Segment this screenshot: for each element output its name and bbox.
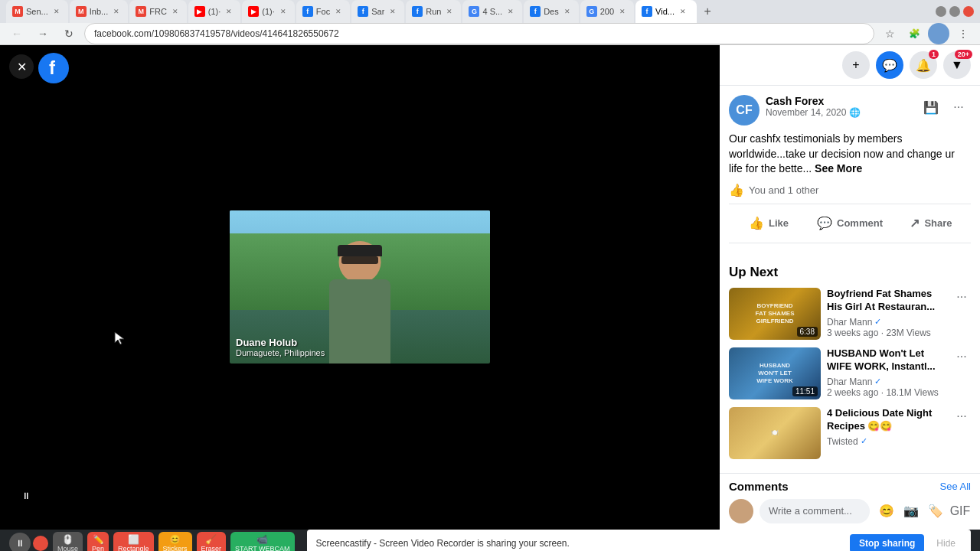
notifications-button[interactable]: 🔔 1 (910, 51, 937, 79)
tab-close[interactable]: ✕ (444, 6, 455, 17)
tab-close[interactable]: ✕ (224, 6, 234, 17)
tab-close[interactable]: ✕ (617, 6, 628, 17)
facebook-logo[interactable]: f (38, 53, 69, 83)
profile-button[interactable] (928, 23, 949, 44)
see-more-link[interactable]: See More (815, 162, 862, 174)
tab-close[interactable]: ✕ (51, 6, 62, 17)
tab-favicon: G (469, 6, 479, 17)
sticker-button[interactable]: 🏷️ (925, 500, 946, 522)
tab-yt1[interactable]: ▶ (1)· ✕ (188, 0, 241, 23)
add-button[interactable]: + (842, 51, 870, 79)
tab-close[interactable]: ✕ (562, 6, 573, 17)
back-button[interactable]: ← (6, 23, 28, 44)
tab-close-active[interactable]: ✕ (678, 6, 688, 17)
stickers-label: Stickers (163, 545, 188, 551)
eraser-tool[interactable]: 🧹 Eraser (197, 532, 227, 551)
tab-close[interactable]: ✕ (170, 6, 181, 17)
tab-close[interactable]: ✕ (278, 6, 289, 17)
close-button[interactable] (963, 6, 974, 17)
extensions-button[interactable]: 🧩 (903, 23, 925, 44)
tab-favicon: G (586, 6, 597, 17)
forward-button[interactable]: → (32, 23, 54, 44)
video-info-1: Boyfriend Fat Shames His Girl At Restaur… (827, 288, 946, 340)
pen-tool[interactable]: ✏️ Pen (87, 532, 109, 551)
tab-favicon: ▶ (248, 6, 259, 17)
more-options-button[interactable]: ··· (946, 95, 971, 119)
tab-gmail2[interactable]: M Inb... ✕ (70, 0, 128, 23)
account-button[interactable]: ▼ 20+ (943, 51, 971, 79)
tab-close[interactable]: ✕ (111, 6, 122, 17)
up-next-item-2[interactable]: HUSBANDWON'T LETWIFE WORK 11:51 HUSBAND … (729, 347, 971, 399)
pen-label: Pen (92, 545, 104, 551)
chevron-down-icon: ▼ (951, 58, 963, 72)
pause-button[interactable]: ⏸ (15, 485, 37, 507)
video-channel-1: Dhar Mann ✓ (827, 317, 946, 328)
maximize-button[interactable] (949, 6, 960, 17)
browser-titlebar: M Sen... ✕ M Inb... ✕ M FRC ✕ ▶ (1)· ✕ ▶ (0, 0, 980, 23)
post-author-name[interactable]: Cash Forex (766, 95, 913, 107)
video-title-3: 4 Delicious Date Night Recipes 😋😋 (827, 407, 946, 433)
photo-button[interactable]: 📷 (900, 500, 922, 522)
post-author-avatar[interactable]: CF (729, 95, 760, 126)
video-more-button-1[interactable]: ··· (952, 288, 971, 306)
tab-fb5-active[interactable]: f Vid... ✕ (635, 0, 697, 23)
up-next-item-1[interactable]: BOYFRIENDFAT SHAMESGIRLFRIEND 6:38 Boyfr… (729, 288, 971, 340)
person-body (329, 279, 390, 364)
menu-button[interactable]: ⋮ (952, 23, 974, 44)
tab-close[interactable]: ✕ (387, 6, 398, 17)
cast-toolbar: ⏸ 🖱️ Mouse ✏️ Pen ⬜ Rectangle 😊 Stickers (9, 532, 295, 551)
tab-label: (1)· (262, 7, 275, 16)
tab-fb3[interactable]: f Run ✕ (406, 0, 461, 23)
like-label: Like (769, 217, 789, 229)
tab-gmail3[interactable]: M FRC ✕ (129, 0, 187, 23)
video-thumb-2: HUSBANDWON'T LETWIFE WORK 11:51 (729, 347, 821, 399)
tab-close[interactable]: ✕ (333, 6, 344, 17)
tab-label: FRC (149, 7, 167, 16)
account-badge: 20+ (955, 50, 972, 59)
emoji-button[interactable]: 😊 (876, 500, 897, 522)
tab-gmail1[interactable]: M Sen... ✕ (6, 0, 68, 23)
tab-fb4[interactable]: f Des ✕ (524, 0, 579, 23)
see-all-comments-link[interactable]: See All (940, 481, 971, 492)
tab-yt2[interactable]: ▶ (1)· ✕ (242, 0, 295, 23)
messenger-button[interactable]: 💬 (876, 51, 903, 79)
tab-g1[interactable]: G 4 S... ✕ (462, 0, 522, 23)
share-button[interactable]: ↗ Share (891, 210, 971, 236)
stickers-tool[interactable]: 😊 Stickers (158, 532, 192, 551)
channel-name-3: Twisted (827, 436, 858, 447)
tab-favicon: M (136, 6, 146, 17)
up-next-item-3[interactable]: 🍽️ 4 Delicious Date Night Recipes 😋😋 Twi… (729, 407, 971, 459)
stop-sharing-button[interactable]: Stop sharing (850, 534, 924, 551)
cast-pause-button[interactable]: ⏸ (9, 533, 31, 551)
like-button[interactable]: 👍 Like (729, 210, 808, 236)
save-post-button[interactable]: 💾 (919, 95, 943, 119)
tab-label: Foc (316, 7, 330, 16)
new-tab-button[interactable]: + (698, 2, 717, 21)
plus-icon: + (852, 58, 859, 72)
tab-fb2[interactable]: f Sar ✕ (351, 0, 404, 23)
verified-icon-3: ✓ (861, 436, 867, 446)
start-webcam-tool[interactable]: 📹 START WEBCAM (230, 532, 295, 551)
mouse-tool[interactable]: 🖱️ Mouse (53, 532, 83, 551)
video-player-area: ✕ f (0, 45, 720, 530)
rectangle-tool[interactable]: ⬜ Rectangle (113, 532, 154, 551)
tab-g2[interactable]: G 200 ✕ (580, 0, 634, 23)
comment-input-field[interactable]: Write a comment... (760, 499, 870, 523)
reload-button[interactable]: ↻ (58, 23, 80, 44)
video-more-button-3[interactable]: ··· (952, 407, 971, 425)
tab-close[interactable]: ✕ (505, 6, 516, 17)
video-close-button[interactable]: ✕ (9, 54, 34, 79)
cast-record-button[interactable] (33, 536, 48, 551)
video-thumbnail[interactable]: Duane Holub Dumaguete, Philippines (230, 210, 490, 364)
messenger-icon: 💬 (882, 58, 897, 73)
minimize-button[interactable] (936, 6, 946, 17)
tab-fb1[interactable]: f Foc ✕ (296, 0, 350, 23)
video-more-button-2[interactable]: ··· (952, 347, 971, 366)
bookmark-button[interactable]: ☆ (879, 23, 900, 44)
gif-button[interactable]: GIF (949, 500, 971, 522)
tab-favicon: f (412, 6, 423, 17)
screencast-notification-text: Screencastify - Screen Video Recorder is… (316, 538, 844, 549)
comment-button[interactable]: 💬 Comment (810, 210, 890, 236)
address-bar[interactable]: facebook.com/109806837419578/videos/4146… (84, 23, 874, 44)
hide-notification-button[interactable]: Hide (930, 534, 962, 551)
